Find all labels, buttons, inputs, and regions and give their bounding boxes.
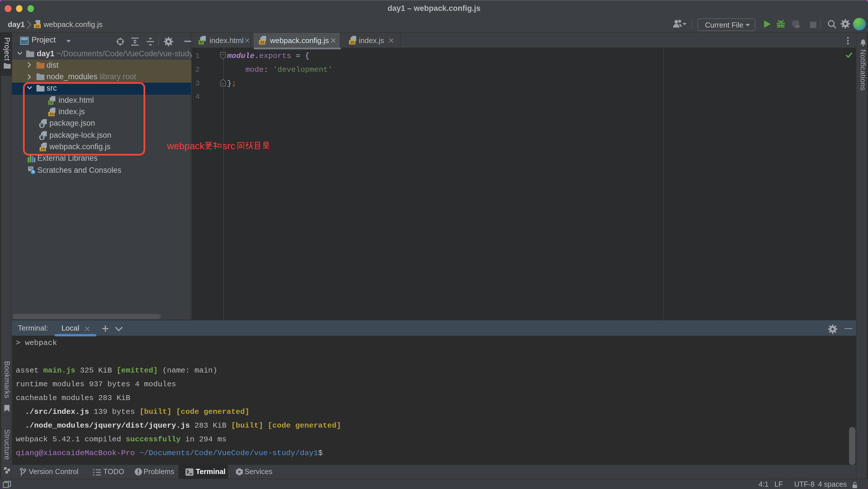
- svg-text:JS: JS: [35, 24, 39, 28]
- svg-text:H: H: [200, 40, 203, 44]
- svg-text:JS: JS: [260, 40, 265, 44]
- svg-text:JS: JS: [350, 40, 354, 44]
